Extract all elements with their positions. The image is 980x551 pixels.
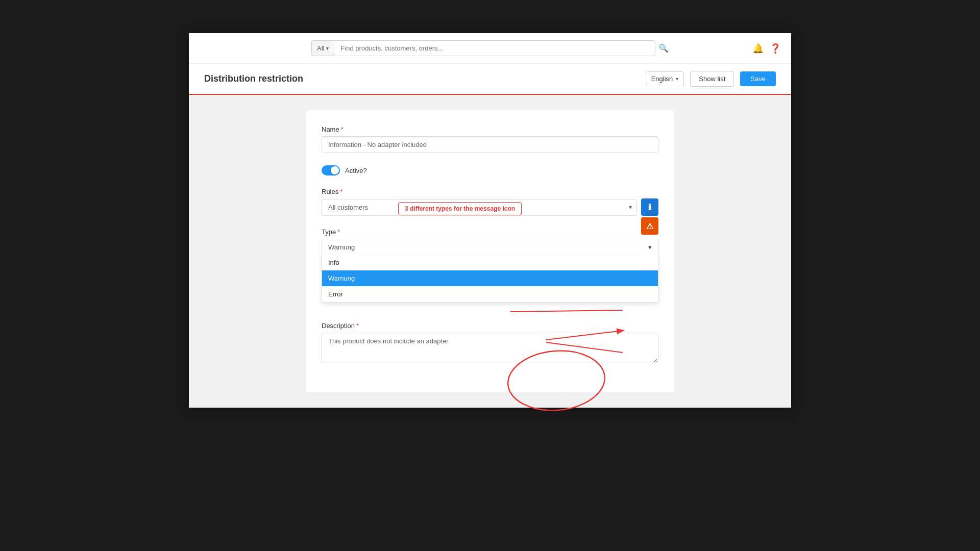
type-container: Warnung ▾ Info Warnung Error [322,239,658,256]
arrow-to-info [510,310,623,312]
warning-icon-button[interactable]: ⚠ [641,217,658,235]
show-list-button[interactable]: Show list [690,71,734,87]
description-field-group: Description* This product does not inclu… [322,322,658,365]
description-label: Description* [322,322,658,330]
type-field-group: Type* 3 different types for the message … [322,228,658,256]
rules-select-container: All customers ▾ [322,199,637,216]
form-card: Name* Active? Rules* All c [306,110,674,392]
type-select-box[interactable]: Warnung ▾ [322,239,658,256]
warning-icon: ⚠ [646,221,653,231]
language-selector[interactable]: English [646,71,684,86]
help-icon[interactable]: ❓ [770,43,781,54]
annotation-area: 3 different types for the message icon ⚠… [322,239,658,256]
dropdown-item-warnung[interactable]: Warnung [322,270,658,286]
type-selected-value: Warnung [328,243,355,251]
search-all-button[interactable]: All [311,40,334,56]
rules-field-group: Rules* All customers ▾ ℹ [322,188,658,216]
main-content: Name* Active? Rules* All c [189,95,791,408]
description-required-star: * [356,322,359,330]
name-input[interactable] [322,136,658,153]
info-icon-button[interactable]: ℹ [641,198,658,216]
page-title: Distribution restriction [204,73,303,84]
nav-icons: 🔔 ❓ [752,43,781,54]
top-navigation: All 🔍 🔔 ❓ [189,33,791,64]
search-input[interactable] [334,40,655,56]
toggle-knob [331,166,339,174]
language-label: English [651,75,673,83]
search-button[interactable]: 🔍 [658,43,669,53]
name-required-star: * [341,126,344,133]
bell-icon[interactable]: 🔔 [752,43,764,54]
type-label: Type* [322,228,658,236]
name-label: Name* [322,126,658,133]
rules-select[interactable]: All customers [322,199,637,216]
description-input[interactable]: This product does not include an adapter [322,333,658,363]
page-header: Distribution restriction English Show li… [189,64,791,95]
search-container: All 🔍 [311,40,669,56]
name-field-group: Name* [322,126,658,153]
active-toggle[interactable] [322,165,340,176]
dropdown-item-error[interactable]: Error [322,286,658,302]
type-required-star: * [337,228,340,236]
type-dropdown: Info Warnung Error [322,255,658,303]
active-toggle-container: Active? [322,165,658,176]
rules-row: All customers ▾ ℹ [322,198,658,216]
info-icon: ℹ [648,203,651,212]
active-label: Active? [345,167,367,174]
header-actions: English Show list Save [646,71,776,87]
type-select-arrow: ▾ [648,243,652,251]
save-button[interactable]: Save [740,71,776,86]
rules-required-star: * [340,188,342,195]
dropdown-item-info[interactable]: Info [322,255,658,270]
rules-label: Rules* [322,188,658,195]
